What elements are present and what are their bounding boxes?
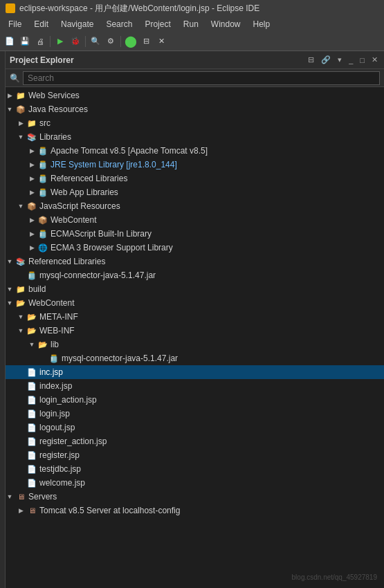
run-button[interactable]: ▶ (53, 35, 67, 48)
tree-icon-jsp: 📄 (26, 394, 37, 405)
tree-label-25: logout.jsp (39, 423, 75, 432)
tree-arrow-18[interactable] (17, 327, 25, 335)
tree-item-30[interactable]: 🖥Servers (6, 490, 384, 504)
search-toolbar-button[interactable]: 🔍 (89, 35, 102, 48)
tree-icon-jsp: 📄 (26, 380, 37, 392)
tree-arrow-10[interactable] (28, 216, 36, 224)
tree-icon-folder: 📁 (26, 118, 37, 129)
tree-icon-jsp: 📄 (26, 408, 37, 419)
tree-arrow-8[interactable] (28, 188, 36, 196)
tree-item-3[interactable]: 📁src (6, 116, 384, 130)
minimize-view-icon[interactable]: _ (347, 55, 355, 65)
maximize-view-icon[interactable]: □ (358, 55, 367, 65)
tree-item-16[interactable]: 📂WebContent (6, 296, 384, 310)
new-button[interactable]: 📄 (3, 35, 17, 48)
tree-item-25[interactable]: 📄logout.jsp (6, 421, 384, 434)
search-input[interactable] (23, 71, 380, 85)
title-bar: eclipse-workspace - 用户创建/WebContent/logi… (0, 0, 384, 17)
tree-label-23: login_action.jsp (39, 395, 97, 405)
tree-icon-folder-open: 📂 (15, 297, 26, 309)
view-menu-icon[interactable]: ▾ (336, 55, 344, 65)
tree-item-22[interactable]: 📄index.jsp (6, 379, 384, 393)
tree-arrow-3[interactable] (17, 119, 25, 127)
menu-item-navigate[interactable]: Navigate (55, 18, 99, 30)
debug-button[interactable]: 🐞 (68, 35, 82, 48)
maximize-button[interactable]: ⬤ (124, 35, 138, 48)
tree-arrow-11[interactable] (28, 230, 36, 238)
tree-icon-jar: 🫙 (37, 145, 48, 156)
menu-item-help[interactable]: Help (248, 18, 276, 30)
tree-arrow-2[interactable] (6, 105, 14, 113)
tree-item-8[interactable]: 🫙Web App Libraries (6, 185, 384, 199)
tree-icon-package: 📦 (26, 201, 37, 212)
menu-item-search[interactable]: Search (100, 18, 138, 30)
watermark: blog.csdn.net/qq_45927819 (292, 573, 377, 581)
print-button[interactable]: 🖨 (33, 35, 47, 48)
tree-label-28: testjdbc.jsp (39, 464, 81, 474)
tree-icon-jar: 🫙 (26, 270, 37, 281)
menu-item-run[interactable]: Run (178, 18, 204, 30)
tree-item-28[interactable]: 📄testjdbc.jsp (6, 462, 384, 476)
settings-button[interactable]: ⚙ (104, 35, 118, 48)
tree-item-9[interactable]: 📦JavaScript Resources (6, 199, 384, 213)
tree-arrow-6[interactable] (28, 160, 36, 169)
tree-item-10[interactable]: 📦WebContent (6, 213, 384, 227)
tree-arrow-4[interactable] (17, 133, 25, 141)
tree-item-7[interactable]: 🫙Referenced Libraries (6, 172, 384, 185)
tree-item-15[interactable]: 📁build (6, 282, 384, 296)
link-editor-icon[interactable]: 🔗 (319, 55, 333, 65)
tree-arrow-1[interactable] (6, 91, 14, 100)
tree-arrow-16[interactable] (6, 299, 14, 307)
close-view-icon[interactable]: ✕ (369, 55, 380, 65)
tree-item-24[interactable]: 📄login.jsp (6, 407, 384, 421)
tree-item-12[interactable]: 🌐ECMA 3 Browser Support Library (6, 241, 384, 255)
tree-icon-jsp: 📄 (26, 436, 37, 447)
tree-arrow-7[interactable] (28, 174, 36, 183)
close-toolbar-button[interactable]: ✕ (154, 35, 168, 48)
tree-arrow-9[interactable] (17, 202, 25, 210)
tree-label-11: ECMAScript Built-In Library (51, 229, 152, 239)
tree-item-31[interactable]: 🖥Tomcat v8.5 Server at localhost-config (6, 504, 384, 517)
tree-item-14[interactable]: 🫙mysql-connector-java-5.1.47.jar (6, 268, 384, 282)
tree-item-13[interactable]: 📚Referenced Libraries (6, 255, 384, 268)
menu-item-project[interactable]: Project (139, 18, 176, 30)
tree-icon-jsp: 📄 (26, 422, 37, 433)
tree-item-26[interactable]: 📄register_action.jsp (6, 434, 384, 448)
tree-item-23[interactable]: 📄login_action.jsp (6, 393, 384, 407)
tree-icon-jar: 🫙 (37, 173, 48, 184)
tree-item-2[interactable]: 📦Java Resources (6, 102, 384, 116)
menu-item-edit[interactable]: Edit (28, 18, 54, 30)
panel-title: Project Explorer (10, 55, 74, 65)
tree-arrow-17[interactable] (17, 313, 25, 321)
tree-label-13: Referenced Libraries (28, 257, 105, 266)
tree-icon-library: 📚 (26, 131, 37, 143)
menu-item-file[interactable]: File (3, 18, 27, 30)
search-icon: 🔍 (10, 73, 20, 83)
tree-arrow-30[interactable] (6, 493, 14, 501)
tree-item-27[interactable]: 📄register.jsp (6, 448, 384, 462)
tree-item-21[interactable]: 📄inc.jsp (6, 365, 384, 379)
tree-item-11[interactable]: 🫙ECMAScript Built-In Library (6, 227, 384, 241)
tree-arrow-19[interactable] (28, 340, 36, 349)
tree-item-4[interactable]: 📚Libraries (6, 130, 384, 144)
tree-arrow-5[interactable] (28, 147, 36, 155)
tree-item-19[interactable]: 📂lib (6, 338, 384, 351)
tree-item-17[interactable]: 📂META-INF (6, 310, 384, 324)
tree-arrow-31[interactable] (17, 506, 25, 515)
tree-item-20[interactable]: 🫙mysql-connector-java-5.1.47.jar (6, 351, 384, 365)
save-button[interactable]: 💾 (18, 35, 32, 48)
tree-item-29[interactable]: 📄welcome.jsp (6, 476, 384, 490)
panel-header-icons: ⊟ 🔗 ▾ _ □ ✕ (306, 55, 380, 65)
menu-item-window[interactable]: Window (205, 18, 246, 30)
tree-icon-jar: 🫙 (37, 228, 48, 239)
minimize-button[interactable]: ⊟ (139, 35, 153, 48)
tree-arrow-15[interactable] (6, 285, 14, 293)
tree-item-18[interactable]: 📂WEB-INF (6, 324, 384, 338)
tree-arrow-13[interactable] (6, 257, 14, 266)
tree-item-1[interactable]: 📁Web Services (6, 89, 384, 102)
tree-item-5[interactable]: 🫙Apache Tomcat v8.5 [Apache Tomcat v8.5] (6, 144, 384, 158)
tree-item-6[interactable]: 🫙JRE System Library [jre1.8.0_144] (6, 158, 384, 172)
tree-arrow-12[interactable] (28, 244, 36, 252)
tree-label-14: mysql-connector-java-5.1.47.jar (39, 270, 156, 280)
collapse-all-icon[interactable]: ⊟ (306, 55, 316, 65)
